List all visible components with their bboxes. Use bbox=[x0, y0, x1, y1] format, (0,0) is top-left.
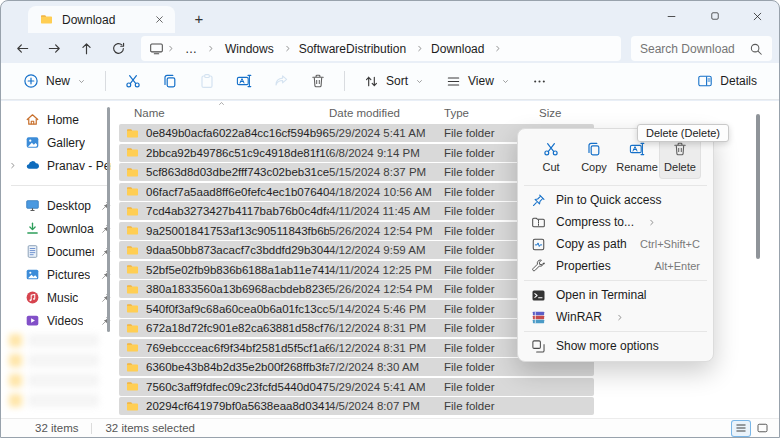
file-row-20294cf641979bf0a5638eaa8d034121[interactable]: 20294cf641979bf0a5638eaa8d034121 4/5/202… bbox=[119, 397, 594, 415]
tab-close-button[interactable] bbox=[150, 10, 169, 29]
column-header-size[interactable]: Size bbox=[539, 107, 561, 119]
more-options-button[interactable] bbox=[522, 67, 557, 96]
sort-button[interactable]: Sort bbox=[354, 67, 434, 96]
details-panel-icon bbox=[697, 73, 713, 89]
chevron-right-icon bbox=[494, 43, 502, 54]
sidebar-item-documents[interactable]: Documents bbox=[1, 240, 119, 263]
search-box[interactable] bbox=[631, 36, 772, 61]
folder-icon bbox=[119, 146, 146, 159]
column-header-date-modified[interactable]: Date modified bbox=[329, 107, 400, 119]
refresh-button[interactable] bbox=[105, 36, 131, 60]
thumb-view-icon bbox=[756, 422, 769, 434]
breadcrumb-label[interactable]: SoftwareDistribution bbox=[292, 42, 413, 56]
view-toggles bbox=[732, 421, 771, 436]
items-count: 32 items bbox=[35, 422, 78, 434]
chevron-down-icon bbox=[77, 78, 86, 85]
folder-icon bbox=[119, 205, 146, 218]
videos-icon bbox=[25, 313, 40, 328]
monitor-icon[interactable] bbox=[149, 41, 164, 56]
details-pane-button[interactable]: Details bbox=[687, 67, 767, 96]
documents-icon bbox=[25, 244, 40, 259]
folder-icon bbox=[119, 283, 146, 296]
breadcrumb-ellipsis[interactable]: … bbox=[178, 42, 204, 56]
new-button[interactable]: New bbox=[13, 67, 96, 96]
breadcrumb-label[interactable]: Windows bbox=[218, 42, 281, 56]
menu-item-label: Show more options bbox=[556, 339, 659, 353]
file-type: File folder bbox=[444, 381, 539, 393]
quick-action-cut[interactable]: Cut bbox=[530, 135, 572, 179]
folder-icon bbox=[119, 224, 146, 237]
toolbar-action-delete[interactable] bbox=[300, 67, 335, 96]
file-date-modified: 5/26/2024 12:54 PM bbox=[329, 283, 444, 295]
view-toggle-details-view[interactable] bbox=[732, 421, 750, 436]
chevron-right-icon bbox=[284, 43, 292, 54]
menu-item-winrar[interactable]: WinRAR bbox=[522, 306, 709, 328]
file-date-modified: 5/15/2024 8:37 PM bbox=[329, 166, 444, 178]
breadcrumb[interactable]: … Windows SoftwareDistribution Down bbox=[141, 36, 621, 61]
toolbar-separator bbox=[105, 71, 106, 91]
menu-separator bbox=[524, 185, 707, 186]
toolbar-action-share[interactable] bbox=[263, 67, 298, 96]
toolbar-action-cut[interactable] bbox=[115, 67, 150, 96]
file-name: 540f0f3af9c68a60cea0b6a01fc13cc8 bbox=[146, 303, 329, 315]
sidebar-scrollbar[interactable] bbox=[107, 107, 110, 332]
sidebar-item-videos[interactable]: Videos bbox=[1, 309, 119, 332]
chevron-right-icon[interactable] bbox=[9, 160, 17, 171]
view-button[interactable]: View bbox=[436, 67, 520, 96]
toolbar-action-copy[interactable] bbox=[152, 67, 187, 96]
file-date-modified: 5/29/2024 5:41 AM bbox=[329, 127, 444, 139]
maximize-icon bbox=[710, 11, 720, 21]
sidebar-item-gallery[interactable]: Gallery bbox=[1, 131, 119, 154]
menu-item-pin-to-quick-access[interactable]: Pin to Quick access bbox=[522, 189, 709, 211]
menu-item-properties[interactable]: Properties Alt+Enter bbox=[522, 255, 709, 277]
forward-button[interactable] bbox=[41, 36, 67, 60]
menu-separator bbox=[524, 331, 707, 332]
menu-item-copy-as-path[interactable]: Copy as path Ctrl+Shift+C bbox=[522, 233, 709, 255]
breadcrumb-segment-download[interactable]: Download bbox=[424, 42, 502, 56]
search-input[interactable] bbox=[640, 42, 743, 56]
file-name: 672a18d72fc901e82ca63881d58cf7cc bbox=[146, 322, 329, 334]
file-row-7560c3aff9fdfec09c23fcfd5440d047[interactable]: 7560c3aff9fdfec09c23fcfd5440d047 5/29/20… bbox=[119, 378, 594, 396]
sidebar-item-pictures[interactable]: Pictures bbox=[1, 263, 119, 286]
up-arrow-icon bbox=[79, 41, 94, 56]
maximize-button[interactable] bbox=[693, 1, 736, 31]
sidebar-item-downloads[interactable]: Downloads bbox=[1, 217, 119, 240]
sidebar-item-pranav-persona[interactable]: Pranav - Persona bbox=[1, 154, 119, 177]
new-tab-button[interactable]: + bbox=[187, 8, 211, 29]
menu-item-compress-to[interactable]: Compress to... bbox=[522, 211, 709, 233]
ghost-overlay bbox=[9, 334, 99, 416]
sidebar-item-desktop[interactable]: Desktop bbox=[1, 194, 119, 217]
folder-icon bbox=[39, 13, 54, 26]
tab-download[interactable]: Download bbox=[28, 6, 175, 33]
list-view-icon bbox=[735, 422, 747, 434]
breadcrumb-label[interactable]: Download bbox=[424, 42, 491, 56]
compress-icon bbox=[531, 215, 546, 230]
title-bar: Download + bbox=[1, 1, 779, 33]
sidebar-item-home[interactable]: Home bbox=[1, 108, 119, 131]
quick-action-label: Copy bbox=[581, 161, 607, 173]
toolbar-action-paste[interactable] bbox=[189, 67, 224, 96]
file-list-scrollbar[interactable] bbox=[756, 114, 760, 259]
file-name: 52bf5e02fb9b836b6188a1ab11e74160 bbox=[146, 264, 329, 276]
chevron-right-icon bbox=[207, 43, 215, 54]
column-header-name[interactable]: Name bbox=[134, 107, 165, 119]
quick-action-label: Delete bbox=[664, 161, 696, 173]
file-type: File folder bbox=[444, 400, 539, 412]
view-toggle-large-icons-view[interactable] bbox=[753, 421, 771, 436]
folder-icon bbox=[119, 361, 146, 374]
menu-item-show-more-options[interactable]: Show more options bbox=[522, 335, 709, 357]
up-button[interactable] bbox=[73, 36, 99, 60]
breadcrumb-segment-softwaredistribution[interactable]: SoftwareDistribution bbox=[292, 42, 424, 56]
close-button[interactable] bbox=[736, 1, 779, 31]
sidebar-item-music[interactable]: Music bbox=[1, 286, 119, 309]
column-header-type[interactable]: Type bbox=[444, 107, 469, 119]
minimize-button[interactable] bbox=[650, 1, 693, 31]
back-button[interactable] bbox=[9, 36, 35, 60]
menu-item-label: WinRAR bbox=[556, 310, 602, 324]
window-controls bbox=[650, 1, 779, 31]
file-type: File folder bbox=[444, 361, 539, 373]
menu-item-open-in-terminal[interactable]: Open in Terminal bbox=[522, 284, 709, 306]
quick-action-copy[interactable]: Copy bbox=[573, 135, 615, 179]
toolbar-action-rename[interactable] bbox=[226, 67, 261, 96]
breadcrumb-segment-windows[interactable]: Windows bbox=[218, 42, 292, 56]
